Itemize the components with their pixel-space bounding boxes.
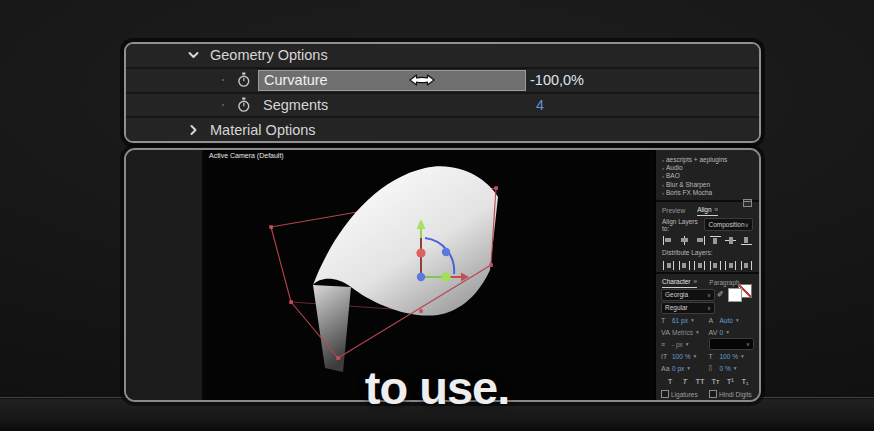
- distribute-hcenter-button[interactable]: [725, 261, 736, 270]
- align-buttons: [656, 233, 759, 247]
- align-layers-to-label: Align Layers to:: [662, 218, 701, 232]
- kerning-value[interactable]: Metrics: [672, 329, 693, 336]
- font-style-dropdown[interactable]: Regular ∨: [661, 302, 715, 314]
- tracking-icon: AV: [709, 329, 718, 336]
- align-right-button[interactable]: [694, 236, 705, 245]
- horizontal-scale-value[interactable]: 100 %: [720, 353, 738, 360]
- align-vcenter-button[interactable]: [725, 236, 736, 245]
- align-top-button[interactable]: [710, 236, 721, 245]
- effects-category[interactable]: ›Boris FX Mocha: [662, 189, 755, 197]
- tab-align[interactable]: Align≡: [697, 206, 718, 216]
- blue-arc-handle[interactable]: [442, 248, 450, 256]
- distribute-right-button[interactable]: [741, 261, 752, 270]
- dropdown-arrow-icon[interactable]: ▾: [686, 341, 689, 347]
- stroke-style-dropdown[interactable]: ∨: [709, 338, 755, 350]
- keyframe-dot: [222, 104, 224, 106]
- font-size-value[interactable]: 61 px: [672, 317, 688, 324]
- distribute-bottom-button[interactable]: [694, 261, 705, 270]
- green-handle[interactable]: [441, 272, 450, 281]
- dropdown-arrow-icon[interactable]: ▾: [736, 317, 739, 323]
- geometry-options-label: Geometry Options: [210, 47, 328, 63]
- align-bottom-button[interactable]: [741, 236, 752, 245]
- chevron-right-icon[interactable]: [188, 124, 199, 135]
- chevron-down-icon: ∨: [707, 305, 711, 311]
- font-size-icon: T: [661, 317, 670, 324]
- vertical-scale-value[interactable]: 100 %: [672, 353, 690, 360]
- distribute-top-button[interactable]: [663, 261, 674, 270]
- chevron-down-icon: ∨: [707, 292, 711, 298]
- curvature-value[interactable]: -100,0%: [530, 72, 584, 88]
- curvature-label: Curvature: [264, 72, 328, 88]
- curvature-row: Curvature -100,0%: [126, 67, 759, 92]
- distribute-buttons: [656, 258, 759, 272]
- twirl-icon: ›: [662, 157, 664, 163]
- segments-value[interactable]: 4: [536, 97, 544, 113]
- twirl-icon: ›: [662, 165, 664, 171]
- leading-icon: A: [709, 317, 718, 324]
- dropdown-arrow-icon[interactable]: ▾: [691, 317, 694, 323]
- distribute-vcenter-button[interactable]: [679, 261, 690, 270]
- tab-preview[interactable]: Preview: [662, 207, 685, 216]
- anchor-point-handle[interactable]: [417, 273, 425, 281]
- effects-category[interactable]: ›aescripts + aeplugins: [662, 156, 755, 164]
- stopwatch-icon[interactable]: [237, 97, 251, 113]
- panel-menu-icon[interactable]: ≡: [715, 206, 719, 213]
- dropdown-arrow-icon[interactable]: ▾: [741, 353, 744, 359]
- stroke-width-icon: ≡: [661, 341, 670, 348]
- stopwatch-icon[interactable]: [237, 72, 251, 88]
- curvature-property-highlight[interactable]: Curvature: [258, 70, 526, 91]
- segments-row: Segments 4: [126, 92, 759, 117]
- align-left-button[interactable]: [663, 236, 674, 245]
- fill-stroke-swatches[interactable]: [728, 284, 752, 306]
- fill-color-swatch[interactable]: [728, 288, 742, 302]
- material-options-header[interactable]: Material Options: [126, 116, 759, 141]
- panel-menu-icon[interactable]: [743, 199, 752, 207]
- dropdown-arrow-icon[interactable]: ▾: [693, 353, 696, 359]
- effects-category[interactable]: ›BAO: [662, 172, 755, 180]
- horizontal-drag-cursor-icon: [409, 74, 435, 87]
- horizontal-scale-icon: T: [709, 353, 718, 360]
- tracking-value[interactable]: 0: [720, 329, 724, 336]
- distribute-left-button[interactable]: [710, 261, 721, 270]
- eyedropper-icon[interactable]: ✐: [717, 290, 724, 299]
- chevron-down-icon: ∨: [745, 221, 749, 228]
- align-panel: Preview Align≡ Align Layers to: Composit…: [656, 202, 759, 274]
- stroke-width-value[interactable]: - px: [672, 341, 683, 348]
- align-hcenter-button[interactable]: [679, 236, 690, 245]
- keyframe-dot: [222, 79, 224, 81]
- chevron-down-icon[interactable]: [188, 50, 199, 61]
- effects-presets-list: ›aescripts + aeplugins ›Audio ›BAO ›Blur…: [656, 150, 759, 198]
- chevron-down-icon: ∨: [746, 341, 750, 347]
- curved-plane-left-wall: [313, 285, 351, 372]
- tab-character[interactable]: Character≡: [662, 278, 697, 288]
- kerning-icon: VA: [661, 329, 670, 336]
- effects-category[interactable]: ›Audio: [662, 164, 755, 172]
- red-handle[interactable]: [416, 248, 425, 257]
- material-options-label: Material Options: [210, 122, 316, 138]
- font-family-dropdown[interactable]: Georgia ∨: [661, 289, 715, 301]
- leading-value[interactable]: Auto: [720, 317, 733, 324]
- panel-menu-icon[interactable]: ≡: [694, 278, 698, 285]
- twirl-icon: ›: [662, 182, 664, 188]
- twirl-icon: ›: [662, 190, 664, 196]
- effects-panel-footer: [656, 198, 759, 202]
- geometry-options-header[interactable]: Geometry Options: [126, 44, 759, 67]
- dropdown-arrow-icon[interactable]: ▾: [726, 329, 729, 335]
- distribute-layers-label: Distribute Layers:: [656, 247, 759, 258]
- align-layers-to-dropdown[interactable]: Composition ∨: [704, 218, 753, 231]
- geometry-options-panel: Geometry Options Curvature -100,0%: [124, 42, 761, 143]
- effects-category[interactable]: ›Blur & Sharpen: [662, 181, 755, 189]
- segments-label: Segments: [263, 97, 328, 113]
- subtitle-caption: to use.: [0, 360, 874, 415]
- vertical-scale-icon: ΙT: [661, 353, 670, 360]
- dropdown-arrow-icon[interactable]: ▾: [696, 329, 699, 335]
- twirl-icon: ›: [662, 173, 664, 179]
